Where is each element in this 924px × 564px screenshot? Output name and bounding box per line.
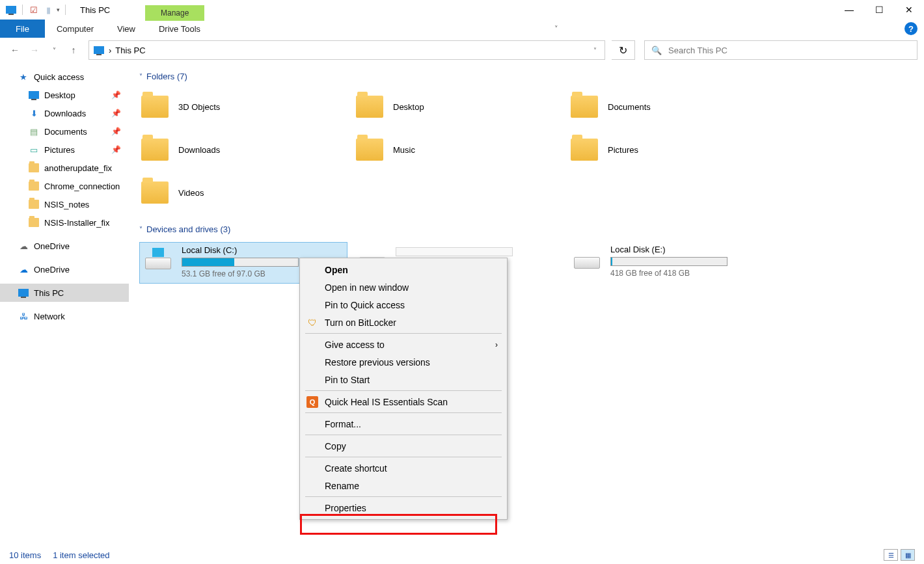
ctx-label: Copy — [325, 441, 346, 451]
back-button[interactable]: ← — [7, 42, 23, 59]
ctx-label: Restore previous versions — [325, 357, 430, 368]
folder-pictures[interactable]: Pictures — [569, 132, 777, 167]
forward-button[interactable]: → — [26, 42, 43, 59]
folder-desktop[interactable]: Desktop — [354, 89, 562, 124]
pin-icon: 📌 — [111, 145, 121, 154]
sidebar-label: Downloads — [44, 109, 86, 118]
ctx-bitlocker[interactable]: 🛡Turn on BitLocker — [300, 314, 507, 331]
ctx-create-shortcut[interactable]: Create shortcut — [300, 459, 507, 477]
pin-icon: 📌 — [111, 90, 121, 100]
quickheal-icon: Q — [306, 396, 318, 408]
ctx-rename[interactable]: Rename — [300, 477, 507, 494]
address-dropdown-icon[interactable]: ˅ — [593, 47, 597, 54]
sidebar-label: Chrome_connection — [44, 181, 120, 191]
folder-icon — [354, 91, 385, 122]
sidebar-item-folder[interactable]: anotherupdate_fix — [0, 159, 129, 177]
ctx-format[interactable]: Format... — [300, 415, 507, 433]
desktop-icon — [29, 90, 39, 100]
shield-icon: 🛡 — [306, 317, 318, 329]
ctx-open[interactable]: Open — [300, 261, 507, 278]
sidebar-label: NSIS_notes — [44, 200, 89, 209]
drive-freespace: 418 GB free of 418 GB — [610, 269, 774, 278]
up-button[interactable]: ↑ — [65, 42, 82, 59]
drive-e[interactable]: Local Disk (E:) 418 GB free of 418 GB — [569, 242, 777, 284]
search-input[interactable]: 🔍 Search This PC — [644, 40, 917, 60]
cloud-icon: ☁ — [18, 241, 29, 251]
sidebar-label: anotherupdate_fix — [44, 163, 112, 173]
separator — [305, 333, 502, 334]
address-bar[interactable]: › This PC ˅ — [88, 40, 605, 60]
drive-icon — [143, 245, 174, 273]
ribbon-expand-icon[interactable]: ˅ — [554, 25, 558, 33]
folder-downloads[interactable]: Downloads — [139, 132, 347, 167]
folder-3d-objects[interactable]: 3D Objects — [139, 89, 347, 124]
status-bar: 10 items 1 item selected ☰ ▦ — [0, 546, 924, 564]
sidebar-item-desktop[interactable]: Desktop📌 — [0, 86, 129, 104]
folder-music[interactable]: Music — [354, 132, 562, 167]
sidebar-item-pictures[interactable]: ▭Pictures📌 — [0, 141, 129, 159]
minimize-button[interactable]: — — [834, 0, 864, 20]
drive-icon — [571, 245, 603, 272]
ctx-label: Properties — [325, 503, 366, 513]
pc-icon — [18, 288, 29, 298]
qat-newfolder-icon[interactable]: ▮ — [42, 4, 54, 16]
sidebar-onedrive-blue[interactable]: ☁OneDrive — [0, 260, 129, 278]
folder-icon — [29, 181, 39, 191]
ctx-properties[interactable]: Properties — [300, 499, 507, 517]
help-icon[interactable]: ? — [904, 22, 917, 35]
ctx-label: Open in new window — [325, 282, 409, 293]
file-menu[interactable]: File — [0, 20, 45, 38]
folder-label: Pictures — [608, 145, 638, 155]
document-icon: ▤ — [29, 126, 39, 137]
ctx-label: Turn on BitLocker — [325, 317, 396, 328]
chevron-right-icon: › — [495, 340, 498, 349]
folder-label: Desktop — [393, 102, 424, 112]
address-location[interactable]: This PC — [115, 46, 145, 55]
ctx-label: Give access to — [325, 340, 385, 350]
sidebar-item-downloads[interactable]: ⬇Downloads📌 — [0, 104, 129, 122]
sidebar-item-documents[interactable]: ▤Documents📌 — [0, 122, 129, 141]
ctx-pin-to-start[interactable]: Pin to Start — [300, 371, 507, 388]
folders-group-header[interactable]: ˅Folders (7) — [131, 69, 924, 84]
folder-icon — [139, 91, 170, 122]
sidebar-item-folder[interactable]: NSIS-Installer_fix — [0, 213, 129, 232]
chevron-down-icon: ˅ — [139, 73, 143, 80]
sidebar-item-folder[interactable]: Chrome_connection — [0, 177, 129, 195]
drive-label: Local Disk (E:) — [610, 245, 774, 254]
manage-tab[interactable]: Manage — [145, 5, 204, 21]
folder-documents[interactable]: Documents — [569, 89, 777, 124]
sidebar-label: Quick access — [34, 72, 84, 82]
ctx-quickheal-scan[interactable]: QQuick Heal IS Essentials Scan — [300, 393, 507, 410]
address-icon — [93, 44, 105, 56]
folder-videos[interactable]: Videos — [139, 175, 347, 210]
sidebar-this-pc[interactable]: This PC — [0, 284, 129, 302]
details-view-button[interactable]: ☰ — [884, 549, 898, 561]
maximize-button[interactable]: ☐ — [864, 0, 894, 20]
history-dropdown-icon[interactable]: ˅ — [46, 42, 62, 59]
folder-icon — [139, 177, 170, 208]
sidebar-quick-access[interactable]: ★ Quick access — [0, 68, 129, 86]
close-button[interactable]: ✕ — [894, 0, 924, 20]
menu-bar: File Computer View Drive Tools ˅ ? — [0, 20, 924, 38]
folder-icon — [29, 217, 39, 228]
ctx-copy[interactable]: Copy — [300, 437, 507, 455]
ctx-restore-previous[interactable]: Restore previous versions — [300, 353, 507, 371]
separator — [305, 390, 502, 391]
sidebar-network[interactable]: 🖧Network — [0, 307, 129, 325]
qat-properties-icon[interactable]: ☑ — [28, 4, 40, 16]
ctx-give-access-to[interactable]: Give access to› — [300, 336, 507, 353]
computer-tab[interactable]: Computer — [45, 20, 105, 38]
sidebar-item-folder[interactable]: NSIS_notes — [0, 195, 129, 213]
ctx-label: Open — [325, 265, 348, 275]
refresh-button[interactable]: ↻ — [612, 40, 635, 60]
sidebar-onedrive[interactable]: ☁OneDrive — [0, 237, 129, 255]
content-area: ˅Folders (7) 3D Objects Desktop Document… — [129, 62, 924, 546]
ctx-open-new-window[interactable]: Open in new window — [300, 278, 507, 296]
ctx-pin-quick-access[interactable]: Pin to Quick access — [300, 296, 507, 314]
drive-tools-tab[interactable]: Drive Tools — [147, 20, 212, 38]
view-tab[interactable]: View — [105, 20, 147, 38]
devices-group-header[interactable]: ˅Devices and drives (3) — [131, 222, 924, 237]
folder-icon — [29, 199, 39, 209]
tiles-view-button[interactable]: ▦ — [901, 549, 915, 561]
qat-dropdown-icon[interactable]: ▾ — [57, 7, 60, 13]
